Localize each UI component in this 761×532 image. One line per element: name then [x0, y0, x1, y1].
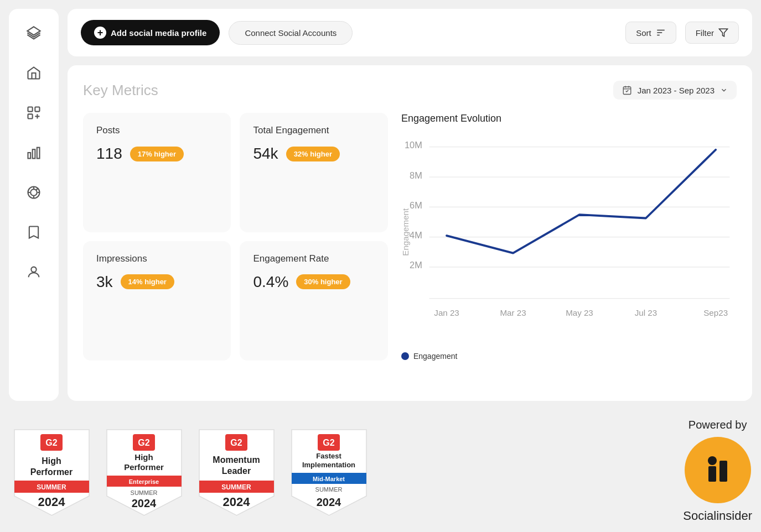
badge-high-performer: G2 High Performer SUMMER 2024 [9, 424, 95, 518]
svg-rect-8 [37, 148, 40, 159]
metrics-panel: Key Metrics Jan 2023 - Sep 2023 [68, 65, 752, 401]
svg-text:Performer: Performer [30, 467, 73, 477]
metric-card-posts: Posts 118 17% higher [83, 113, 231, 232]
metric-value-row-engagement: 54k 32% higher [253, 145, 374, 163]
svg-text:Mid-Market: Mid-Market [313, 476, 345, 482]
svg-text:Mar 23: Mar 23 [500, 308, 526, 317]
chart-legend: Engagement [401, 352, 737, 361]
legend-label: Engagement [413, 352, 457, 361]
sidebar [9, 9, 59, 401]
svg-text:2024: 2024 [317, 496, 341, 508]
svg-text:G2: G2 [45, 438, 57, 447]
metric-card-impressions: Impressions 3k 14% higher [83, 241, 231, 361]
svg-text:Engagement: Engagement [401, 208, 410, 256]
svg-text:Performer: Performer [124, 462, 164, 472]
sort-icon [656, 28, 666, 38]
svg-text:10M: 10M [405, 140, 422, 150]
filter-icon [718, 28, 728, 38]
metrics-header: Key Metrics Jan 2023 - Sep 2023 [83, 81, 737, 100]
svg-text:Fastest: Fastest [316, 452, 341, 460]
svg-text:8M: 8M [410, 170, 422, 180]
svg-text:High: High [42, 456, 61, 466]
svg-text:Momentum: Momentum [213, 455, 260, 465]
chart-title: Engagement Evolution [401, 113, 737, 124]
home-icon[interactable] [23, 62, 45, 84]
filter-label: Filter [696, 28, 714, 38]
chevron-down-icon [720, 86, 728, 94]
badges-row: G2 High Performer SUMMER 2024 G2 High Pe… [9, 424, 372, 518]
badge-fastest-implementation: G2 Fastest Implementation Mid-Market SUM… [286, 424, 372, 518]
filter-button[interactable]: Filter [685, 22, 739, 44]
svg-text:Implementation: Implementation [302, 461, 355, 469]
connect-accounts-button[interactable]: Connect Social Accounts [229, 21, 353, 45]
plus-icon: + [94, 27, 106, 39]
add-widget-icon[interactable] [23, 102, 45, 124]
bookmark-icon[interactable] [23, 221, 45, 243]
svg-text:2M: 2M [410, 260, 422, 270]
badge-svg-momentum-leader: G2 Momentum Leader SUMMER 2024 [194, 424, 279, 518]
layers-icon[interactable] [23, 22, 45, 44]
svg-text:2024: 2024 [132, 497, 157, 509]
metrics-title: Key Metrics [83, 82, 158, 99]
svg-rect-16 [623, 87, 631, 95]
svg-rect-6 [28, 153, 31, 159]
sort-label: Sort [636, 28, 651, 38]
metric-value-engagement-rate: 0.4% [253, 273, 288, 291]
svg-text:6M: 6M [410, 200, 422, 210]
svg-point-10 [30, 189, 37, 196]
badge-momentum-leader: G2 Momentum Leader SUMMER 2024 [194, 424, 279, 518]
metric-value-row-impressions: 3k 14% higher [96, 273, 218, 291]
svg-point-11 [31, 267, 36, 272]
socialinsider-logo [685, 437, 751, 503]
date-range-value: Jan 2023 - Sep 2023 [638, 86, 715, 95]
svg-text:SUMMER: SUMMER [37, 483, 66, 491]
svg-text:G2: G2 [323, 438, 334, 447]
svg-text:G2: G2 [230, 438, 242, 447]
svg-text:2024: 2024 [223, 495, 251, 509]
metric-badge-engagement-rate: 30% higher [296, 274, 350, 289]
badge-svg-high-performer: G2 High Performer SUMMER 2024 [9, 424, 95, 518]
powered-by-section: Powered by Socialinsider [683, 419, 752, 523]
svg-text:Jan 23: Jan 23 [434, 308, 459, 317]
svg-point-69 [708, 456, 717, 465]
add-profile-button[interactable]: + Add social media profile [81, 20, 220, 45]
metric-label-impressions: Impressions [96, 253, 218, 264]
top-bar: + Add social media profile Connect Socia… [68, 9, 752, 56]
calendar-icon [622, 85, 632, 95]
svg-rect-3 [28, 114, 33, 118]
svg-text:G2: G2 [138, 438, 149, 447]
target-icon[interactable] [23, 181, 45, 204]
metric-label-engagement-rate: Engagement Rate [253, 253, 374, 264]
user-icon[interactable] [23, 261, 45, 283]
svg-text:4M: 4M [410, 230, 422, 240]
svg-text:High: High [134, 452, 153, 462]
sort-button[interactable]: Sort [625, 22, 676, 44]
engagement-chart-svg: 10M 8M 6M 4M 2M Engagement [401, 133, 737, 345]
svg-rect-68 [719, 461, 727, 482]
date-range-picker[interactable]: Jan 2023 - Sep 2023 [613, 81, 737, 100]
powered-by-label: Powered by [688, 419, 747, 431]
metric-card-engagement: Total Engagement 54k 32% higher [240, 113, 387, 232]
svg-text:Leader: Leader [222, 466, 251, 476]
badge-svg-high-performer-enterprise: G2 High Performer Enterprise SUMMER 2024 [101, 424, 187, 518]
svg-text:2024: 2024 [38, 495, 66, 509]
svg-text:May 23: May 23 [566, 308, 593, 317]
main-content: + Add social media profile Connect Socia… [68, 9, 752, 401]
engagement-chart-section: Engagement Evolution 10M 8M 6M 4M 2M Eng… [401, 113, 737, 361]
metric-badge-posts: 17% higher [130, 147, 184, 161]
metrics-body: Posts 118 17% higher Total Engagement 54… [83, 113, 737, 361]
metrics-grid: Posts 118 17% higher Total Engagement 54… [83, 113, 388, 361]
metric-badge-engagement: 32% higher [286, 147, 340, 161]
svg-text:Jul 23: Jul 23 [635, 308, 657, 317]
svg-text:Enterprise: Enterprise [129, 478, 159, 485]
metric-value-impressions: 3k [96, 273, 113, 291]
chart-icon[interactable] [23, 142, 45, 164]
badge-high-performer-enterprise: G2 High Performer Enterprise SUMMER 2024 [101, 424, 187, 518]
metric-badge-impressions: 14% higher [121, 274, 174, 289]
metric-card-engagement-rate: Engagement Rate 0.4% 30% higher [240, 241, 387, 361]
badge-svg-fastest-implementation: G2 Fastest Implementation Mid-Market SUM… [286, 424, 372, 518]
svg-rect-7 [33, 149, 35, 158]
svg-text:SUMMER: SUMMER [221, 483, 251, 491]
svg-text:Sep23: Sep23 [703, 308, 728, 317]
metric-value-posts: 118 [96, 145, 122, 163]
